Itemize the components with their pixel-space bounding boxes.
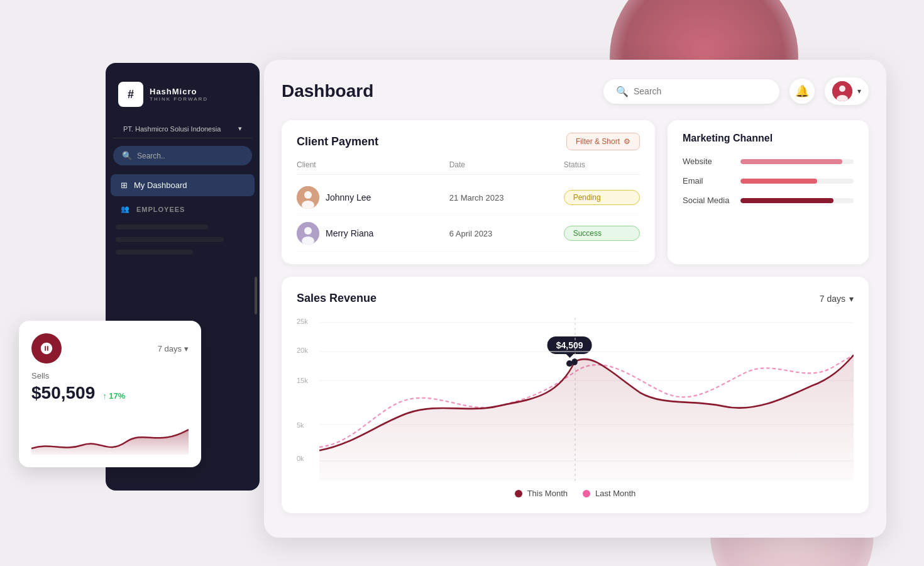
table-row: Merry Riana 6 April 2023 Success [297,216,640,252]
table-row: Johnny Lee 21 March 2023 Pending [297,180,640,216]
status-badge: Success [564,226,640,241]
client-payment-card: Client Payment Filter & Short ⚙ Client D… [282,120,655,264]
sales-revenue-card: Sales Revenue 7 days ▾ 25k 20k 15k 5k 0k… [282,277,869,513]
marketing-bar-bg [740,198,854,203]
logo-icon: # [118,82,143,107]
marketing-bar-bg [740,179,854,184]
sidebar-placeholder-1 [116,225,208,230]
chart-area: 25k 20k 15k 5k 0k $4,509 [297,318,854,481]
client-info: Merry Riana [297,222,449,245]
search-bar[interactable]: 🔍 [603,79,779,104]
chart-header: Sales Revenue 7 days ▾ [297,292,854,305]
avatar [297,186,319,209]
avatar [832,81,852,101]
svg-point-15 [571,358,577,365]
mini-card-label: Sells [31,371,189,380]
header-right: 🔍 🔔 ▾ [603,77,869,105]
marketing-title: Marketing Channel [683,133,854,144]
col-header-client: Client [297,160,449,169]
y-label-25k: 25k [297,318,308,325]
dashboard-icon: ⊞ [121,180,128,190]
filter-icon: ⚙ [624,137,630,146]
channel-label: Website [683,157,733,166]
legend-last-month: Last Month [583,489,635,498]
mini-card-chart [31,411,189,455]
sidebar-item-dashboard[interactable]: ⊞ My Dashboard [111,174,255,196]
client-info: Johnny Lee [297,186,449,209]
marketing-bar-website [740,159,842,164]
avatar [297,222,319,245]
sells-icon [31,333,62,363]
svg-point-4 [304,191,312,199]
client-payment-title: Client Payment [297,135,378,148]
sidebar-section-employees: 👥 EMPLOYEES [111,199,255,219]
marketing-bar-social [740,198,833,203]
y-label-5k: 5k [297,421,304,429]
channel-label: Email [683,176,733,186]
page-title: Dashboard [282,81,373,101]
chevron-down-icon: ▾ [184,344,189,353]
y-label-0k: 0k [297,455,304,462]
notification-button[interactable]: 🔔 [789,79,815,104]
chart-title: Sales Revenue [297,292,377,305]
chevron-down-icon: ▾ [238,125,242,133]
marketing-bar-email [740,179,817,184]
col-header-status: Status [564,160,640,169]
company-selector[interactable]: PT. Hashmicro Solusi Indonesia ▾ [113,119,252,138]
mini-card-period[interactable]: 7 days ▾ [158,344,189,353]
period-selector[interactable]: 7 days ▾ [820,294,854,304]
table-header: Client Date Status [297,160,640,175]
legend-this-month: This Month [515,489,568,498]
dashboard-header: Dashboard 🔍 🔔 ▾ [282,77,869,105]
employees-icon: 👥 [121,205,130,213]
sidebar-search[interactable]: 🔍 Search.. [113,146,252,165]
legend-dot-last [583,490,590,497]
main-panel: Dashboard 🔍 🔔 ▾ [264,60,886,538]
user-avatar-button[interactable]: ▾ [825,77,869,105]
mini-sells-card: 7 days ▾ Sells $50,509 ↑ 17% [19,321,201,467]
mini-card-growth: ↑ 17% [102,391,125,401]
channel-label: Social Media [683,196,733,205]
payment-date: 21 March 2023 [449,193,564,203]
payment-date: 6 April 2023 [449,229,564,238]
svg-point-1 [839,86,845,92]
sidebar-logo: # HashMicro THINK FORWARD [106,75,260,119]
marketing-row-email: Email [683,176,854,186]
col-header-date: Date [449,160,564,169]
status-badge: Pending [564,190,640,205]
top-content-grid: Client Payment Filter & Short ⚙ Client D… [282,120,869,264]
chart-legend: This Month Last Month [297,489,854,498]
marketing-channel-card: Marketing Channel Website Email Social M… [668,120,869,264]
chart-svg [319,318,854,481]
search-input[interactable] [634,86,767,96]
mini-card-value: $50,509 [31,383,95,403]
marketing-row-website: Website [683,157,854,166]
logo-text: HashMicro THINK FORWARD [150,87,208,103]
sidebar-scrollbar[interactable] [255,277,257,314]
svg-point-7 [304,227,312,235]
sidebar-placeholder-2 [116,237,224,242]
sidebar-placeholder-3 [116,250,193,255]
marketing-row-social: Social Media [683,196,854,205]
legend-dot-this [515,490,522,497]
chevron-down-icon: ▾ [849,294,854,304]
client-name: Johnny Lee [326,192,371,203]
filter-short-button[interactable]: Filter & Short ⚙ [566,133,640,150]
client-payment-header: Client Payment Filter & Short ⚙ [297,133,640,150]
mini-card-header: 7 days ▾ [31,333,189,363]
search-icon: 🔍 [122,151,132,160]
search-icon: 🔍 [616,86,629,97]
client-name: Merry Riana [326,228,373,238]
marketing-bar-bg [740,159,854,164]
y-label-15k: 15k [297,377,308,384]
chevron-down-icon: ▾ [857,87,861,96]
y-label-20k: 20k [297,347,308,354]
